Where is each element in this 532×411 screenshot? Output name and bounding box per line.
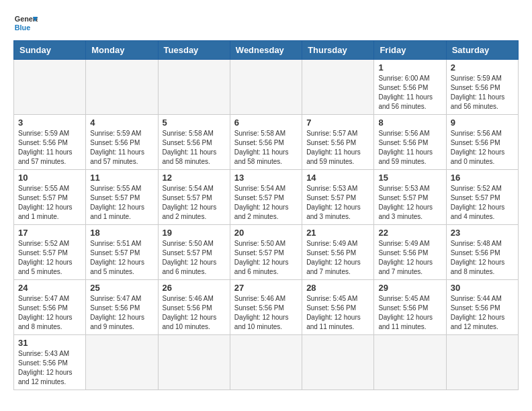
day-number: 17 — [18, 228, 81, 238]
generalblue-logo-icon: General Blue — [13, 11, 38, 35]
calendar-week-row: 3Sunrise: 5:59 AM Sunset: 5:56 PM Daylig… — [14, 115, 519, 170]
calendar-week-row: 17Sunrise: 5:52 AM Sunset: 5:57 PM Dayli… — [14, 225, 519, 280]
day-info: Sunrise: 5:47 AM Sunset: 5:56 PM Dayligh… — [18, 294, 81, 332]
day-info: Sunrise: 5:43 AM Sunset: 5:56 PM Dayligh… — [18, 349, 81, 387]
header-saturday: Saturday — [446, 41, 518, 60]
calendar-cell: 6Sunrise: 5:58 AM Sunset: 5:56 PM Daylig… — [230, 115, 302, 170]
day-number: 23 — [451, 228, 514, 238]
day-number: 28 — [306, 283, 369, 293]
day-number: 7 — [306, 118, 369, 128]
day-number: 20 — [234, 228, 298, 238]
calendar-header-row: SundayMondayTuesdayWednesdayThursdayFrid… — [14, 41, 519, 60]
day-info: Sunrise: 5:46 AM Sunset: 5:56 PM Dayligh… — [163, 294, 226, 332]
calendar-cell — [230, 60, 302, 115]
calendar-week-row: 24Sunrise: 5:47 AM Sunset: 5:56 PM Dayli… — [14, 280, 519, 335]
calendar-cell: 11Sunrise: 5:55 AM Sunset: 5:57 PM Dayli… — [86, 170, 158, 225]
day-number: 22 — [378, 228, 441, 238]
header-sunday: Sunday — [14, 41, 86, 60]
calendar-cell — [158, 60, 230, 115]
day-info: Sunrise: 5:52 AM Sunset: 5:57 PM Dayligh… — [451, 184, 514, 222]
day-number: 6 — [234, 118, 298, 128]
header-monday: Monday — [86, 41, 158, 60]
calendar-cell: 20Sunrise: 5:50 AM Sunset: 5:57 PM Dayli… — [230, 225, 302, 280]
calendar-cell: 26Sunrise: 5:46 AM Sunset: 5:56 PM Dayli… — [158, 280, 230, 335]
day-info: Sunrise: 5:53 AM Sunset: 5:57 PM Dayligh… — [378, 184, 441, 222]
calendar-cell: 24Sunrise: 5:47 AM Sunset: 5:56 PM Dayli… — [14, 280, 86, 335]
calendar-cell: 31Sunrise: 5:43 AM Sunset: 5:56 PM Dayli… — [14, 335, 86, 390]
calendar-cell: 13Sunrise: 5:54 AM Sunset: 5:57 PM Dayli… — [230, 170, 302, 225]
day-info: Sunrise: 5:49 AM Sunset: 5:56 PM Dayligh… — [306, 239, 369, 277]
header-friday: Friday — [374, 41, 446, 60]
calendar-cell: 16Sunrise: 5:52 AM Sunset: 5:57 PM Dayli… — [446, 170, 518, 225]
calendar-cell: 9Sunrise: 5:56 AM Sunset: 5:56 PM Daylig… — [446, 115, 518, 170]
calendar-cell: 5Sunrise: 5:58 AM Sunset: 5:56 PM Daylig… — [158, 115, 230, 170]
calendar-cell — [86, 60, 158, 115]
day-info: Sunrise: 5:51 AM Sunset: 5:57 PM Dayligh… — [90, 239, 153, 277]
calendar-cell: 23Sunrise: 5:48 AM Sunset: 5:56 PM Dayli… — [446, 225, 518, 280]
day-info: Sunrise: 6:00 AM Sunset: 5:56 PM Dayligh… — [378, 74, 441, 111]
calendar-cell: 3Sunrise: 5:59 AM Sunset: 5:56 PM Daylig… — [14, 115, 86, 170]
calendar-week-row: 31Sunrise: 5:43 AM Sunset: 5:56 PM Dayli… — [14, 335, 519, 390]
calendar-cell: 29Sunrise: 5:45 AM Sunset: 5:56 PM Dayli… — [374, 280, 446, 335]
calendar-cell — [374, 335, 446, 390]
day-number: 16 — [451, 173, 514, 183]
day-info: Sunrise: 5:53 AM Sunset: 5:57 PM Dayligh… — [306, 184, 369, 222]
day-info: Sunrise: 5:58 AM Sunset: 5:56 PM Dayligh… — [163, 129, 226, 167]
calendar-cell: 27Sunrise: 5:46 AM Sunset: 5:56 PM Dayli… — [230, 280, 302, 335]
calendar-cell: 21Sunrise: 5:49 AM Sunset: 5:56 PM Dayli… — [302, 225, 374, 280]
day-number: 2 — [451, 62, 514, 73]
day-info: Sunrise: 5:55 AM Sunset: 5:57 PM Dayligh… — [90, 184, 153, 222]
calendar-cell: 15Sunrise: 5:53 AM Sunset: 5:57 PM Dayli… — [374, 170, 446, 225]
day-number: 31 — [18, 338, 81, 348]
header: General Blue — [13, 11, 519, 35]
day-number: 3 — [18, 118, 81, 128]
header-tuesday: Tuesday — [158, 41, 230, 60]
day-number: 25 — [90, 283, 153, 293]
day-number: 12 — [163, 173, 226, 183]
calendar-cell: 19Sunrise: 5:50 AM Sunset: 5:57 PM Dayli… — [158, 225, 230, 280]
day-number: 21 — [306, 228, 369, 238]
calendar-cell — [302, 60, 374, 115]
calendar-cell: 14Sunrise: 5:53 AM Sunset: 5:57 PM Dayli… — [302, 170, 374, 225]
calendar-cell — [446, 335, 518, 390]
day-info: Sunrise: 5:48 AM Sunset: 5:56 PM Dayligh… — [451, 239, 514, 277]
day-number: 18 — [90, 228, 153, 238]
calendar-cell: 2Sunrise: 5:59 AM Sunset: 5:56 PM Daylig… — [446, 60, 518, 115]
calendar-cell: 8Sunrise: 5:56 AM Sunset: 5:56 PM Daylig… — [374, 115, 446, 170]
day-number: 15 — [378, 173, 441, 183]
calendar-cell: 7Sunrise: 5:57 AM Sunset: 5:56 PM Daylig… — [302, 115, 374, 170]
logo: General Blue — [13, 11, 38, 35]
calendar-cell: 4Sunrise: 5:59 AM Sunset: 5:56 PM Daylig… — [86, 115, 158, 170]
header-wednesday: Wednesday — [230, 41, 302, 60]
day-info: Sunrise: 5:54 AM Sunset: 5:57 PM Dayligh… — [234, 184, 298, 222]
day-info: Sunrise: 5:52 AM Sunset: 5:57 PM Dayligh… — [18, 239, 81, 277]
day-number: 26 — [163, 283, 226, 293]
day-number: 5 — [163, 118, 226, 128]
calendar-cell: 22Sunrise: 5:49 AM Sunset: 5:56 PM Dayli… — [374, 225, 446, 280]
day-info: Sunrise: 5:56 AM Sunset: 5:56 PM Dayligh… — [451, 129, 514, 167]
header-thursday: Thursday — [302, 41, 374, 60]
calendar-week-row: 1Sunrise: 6:00 AM Sunset: 5:56 PM Daylig… — [14, 60, 519, 115]
day-number: 14 — [306, 173, 369, 183]
calendar-cell — [14, 60, 86, 115]
day-info: Sunrise: 5:59 AM Sunset: 5:56 PM Dayligh… — [18, 129, 81, 167]
day-info: Sunrise: 5:50 AM Sunset: 5:57 PM Dayligh… — [234, 239, 298, 277]
day-number: 4 — [90, 118, 153, 128]
day-number: 13 — [234, 173, 298, 183]
day-info: Sunrise: 5:57 AM Sunset: 5:56 PM Dayligh… — [306, 129, 369, 167]
day-info: Sunrise: 5:46 AM Sunset: 5:56 PM Dayligh… — [234, 294, 298, 332]
calendar-cell — [302, 335, 374, 390]
day-info: Sunrise: 5:47 AM Sunset: 5:56 PM Dayligh… — [90, 294, 153, 332]
calendar-cell: 10Sunrise: 5:55 AM Sunset: 5:57 PM Dayli… — [14, 170, 86, 225]
day-number: 11 — [90, 173, 153, 183]
calendar-cell — [158, 335, 230, 390]
calendar-cell — [230, 335, 302, 390]
day-info: Sunrise: 5:59 AM Sunset: 5:56 PM Dayligh… — [451, 74, 514, 111]
calendar-cell: 25Sunrise: 5:47 AM Sunset: 5:56 PM Dayli… — [86, 280, 158, 335]
day-number: 8 — [378, 118, 441, 128]
calendar-cell: 12Sunrise: 5:54 AM Sunset: 5:57 PM Dayli… — [158, 170, 230, 225]
day-number: 1 — [378, 62, 441, 73]
day-number: 9 — [451, 118, 514, 128]
day-info: Sunrise: 5:55 AM Sunset: 5:57 PM Dayligh… — [18, 184, 81, 222]
calendar-cell: 17Sunrise: 5:52 AM Sunset: 5:57 PM Dayli… — [14, 225, 86, 280]
